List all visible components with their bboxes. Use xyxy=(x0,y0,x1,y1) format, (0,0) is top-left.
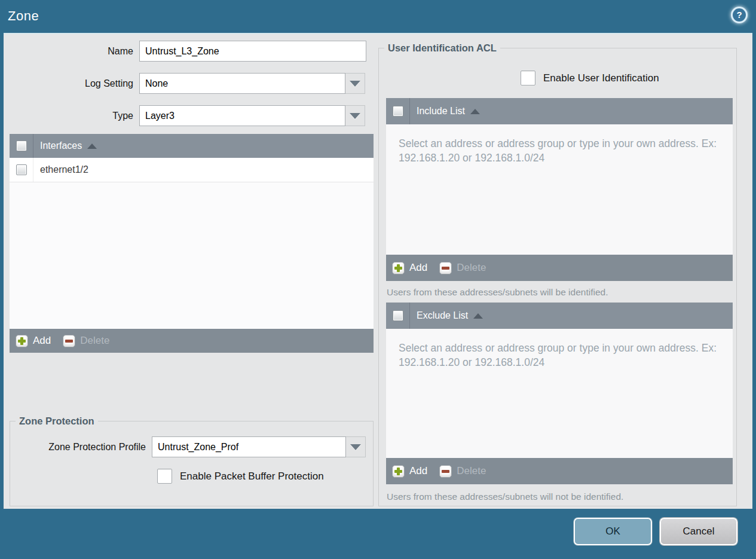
exclude-select-all-checkbox[interactable] xyxy=(393,310,403,321)
zone-protection-fieldset: Zone Protection Zone Protection Profile … xyxy=(10,416,374,506)
chevron-down-icon xyxy=(350,113,360,119)
cancel-button[interactable]: Cancel xyxy=(660,518,737,545)
type-label: Type xyxy=(4,111,139,121)
header-checkbox-cell xyxy=(386,303,410,329)
select-all-checkbox[interactable] xyxy=(16,140,27,151)
interface-name: ethernet1/2 xyxy=(40,164,88,175)
enable-user-identification-row: Enable User Identification xyxy=(521,71,659,85)
interfaces-table-body: ethernet1/2 xyxy=(10,158,374,329)
packet-buffer-row: Enable Packet Buffer Protection xyxy=(157,469,324,484)
help-icon[interactable]: ? xyxy=(731,7,748,23)
include-list-column-header[interactable]: Include List xyxy=(417,106,465,117)
packet-buffer-label: Enable Packet Buffer Protection xyxy=(180,471,324,482)
exclude-list-panel: Exclude List Select an address or addres… xyxy=(386,303,733,484)
log-setting-dropdown-button[interactable] xyxy=(345,73,365,94)
sort-asc-icon[interactable] xyxy=(470,109,480,114)
row-checkbox-cell xyxy=(10,158,33,182)
table-row[interactable]: ethernet1/2 xyxy=(10,158,374,182)
plus-icon xyxy=(16,335,28,347)
log-setting-row: Log Setting xyxy=(4,73,365,94)
minus-icon xyxy=(63,335,75,347)
dialog-content: Name Log Setting Type Interfaces etherne… xyxy=(4,33,752,509)
minus-icon xyxy=(439,465,452,478)
minus-icon xyxy=(439,262,452,274)
dialog-titlebar: Zone ? xyxy=(0,0,756,33)
plus-icon xyxy=(392,465,405,478)
zone-protection-legend: Zone Protection xyxy=(16,416,98,427)
include-list-caption: Users from these addresses/subnets will … xyxy=(387,287,608,298)
dialog-footer: OK Cancel xyxy=(0,509,756,559)
exclude-add-button[interactable]: Add xyxy=(392,465,427,478)
sort-asc-icon[interactable] xyxy=(87,143,97,149)
header-checkbox-cell xyxy=(386,98,410,124)
name-label: Name xyxy=(4,46,139,57)
include-delete-button[interactable]: Delete xyxy=(439,262,486,274)
interfaces-table-header: Interfaces xyxy=(10,134,374,158)
zone-protection-profile-row: Zone Protection Profile xyxy=(10,436,366,457)
type-select xyxy=(139,105,365,126)
exclude-list-placeholder: Select an address or address group or ty… xyxy=(399,341,721,369)
exclude-list-footer: Add Delete xyxy=(386,458,733,484)
ok-button[interactable]: OK xyxy=(574,518,652,545)
exclude-list-body: Select an address or address group or ty… xyxy=(386,329,733,458)
zone-protection-profile-dropdown-button[interactable] xyxy=(346,436,366,457)
type-dropdown-button[interactable] xyxy=(345,105,365,126)
include-list-body: Select an address or address group or ty… xyxy=(386,124,733,255)
include-list-header: Include List xyxy=(386,98,733,124)
page-title: Zone xyxy=(8,8,39,24)
interfaces-table-footer: Add Delete xyxy=(10,329,374,353)
zone-protection-profile-label: Zone Protection Profile xyxy=(10,442,152,453)
interfaces-column-header[interactable]: Interfaces xyxy=(40,140,82,151)
log-setting-label: Log Setting xyxy=(4,78,139,89)
include-list-placeholder: Select an address or address group or ty… xyxy=(399,136,721,165)
exclude-list-header: Exclude List xyxy=(386,303,733,329)
chevron-down-icon xyxy=(350,81,360,87)
exclude-list-column-header[interactable]: Exclude List xyxy=(417,310,468,321)
delete-label: Delete xyxy=(80,335,109,347)
include-add-button[interactable]: Add xyxy=(392,262,427,274)
sort-asc-icon[interactable] xyxy=(473,313,483,319)
packet-buffer-checkbox[interactable] xyxy=(157,469,172,484)
user-identification-legend: User Identification ACL xyxy=(384,42,500,54)
row-checkbox[interactable] xyxy=(16,164,27,175)
log-setting-input[interactable] xyxy=(139,73,345,94)
chevron-down-icon xyxy=(350,444,361,450)
type-input[interactable] xyxy=(139,105,345,126)
name-row: Name xyxy=(4,41,366,62)
interfaces-table: Interfaces ethernet1/2 Add Delete xyxy=(10,134,374,353)
include-list-panel: Include List Select an address or addres… xyxy=(386,98,733,281)
add-label: Add xyxy=(409,465,427,477)
name-input[interactable] xyxy=(139,41,366,62)
plus-icon xyxy=(392,262,405,274)
add-button[interactable]: Add xyxy=(16,335,51,347)
delete-label: Delete xyxy=(457,465,486,477)
exclude-delete-button[interactable]: Delete xyxy=(439,465,486,478)
zone-protection-profile-select xyxy=(152,436,366,457)
zone-protection-profile-input[interactable] xyxy=(152,436,346,457)
include-select-all-checkbox[interactable] xyxy=(393,106,403,117)
help-glyph: ? xyxy=(736,10,742,20)
add-label: Add xyxy=(33,335,51,347)
enable-user-identification-label: Enable User Identification xyxy=(543,72,659,84)
header-checkbox-cell xyxy=(10,134,33,158)
exclude-list-caption: Users from these addresses/subnets will … xyxy=(387,491,623,502)
enable-user-identification-checkbox[interactable] xyxy=(521,71,535,85)
type-row: Type xyxy=(4,105,365,126)
delete-label: Delete xyxy=(457,262,486,274)
user-identification-fieldset: User Identification ACL Enable User Iden… xyxy=(378,42,737,506)
include-list-footer: Add Delete xyxy=(386,255,733,281)
log-setting-select xyxy=(139,73,365,94)
add-label: Add xyxy=(409,262,427,274)
delete-button[interactable]: Delete xyxy=(63,335,109,347)
